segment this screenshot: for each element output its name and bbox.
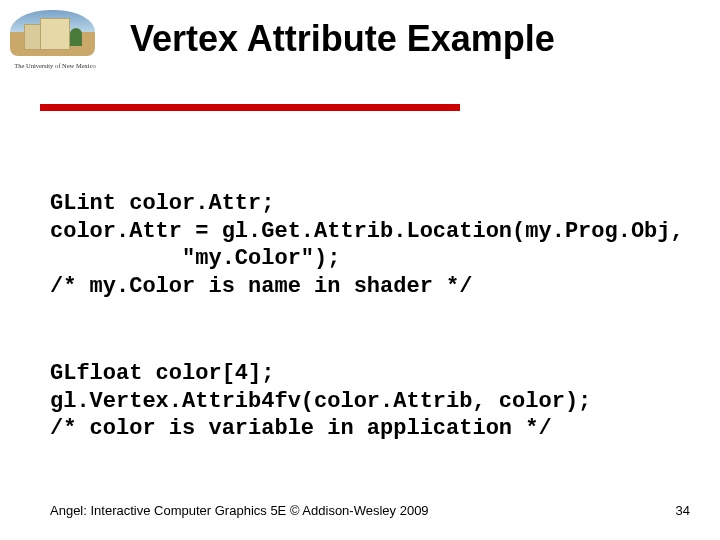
- slide: The University of New Mexico Vertex Attr…: [0, 0, 720, 540]
- code-block-1: GLint color.Attr; color.Attr = gl.Get.At…: [50, 190, 684, 300]
- university-logo: The University of New Mexico: [10, 10, 100, 69]
- logo-image: [10, 10, 95, 60]
- slide-title: Vertex Attribute Example: [130, 18, 555, 60]
- page-number: 34: [676, 503, 690, 518]
- code-block-2: GLfloat color[4]; gl.Vertex.Attrib4fv(co…: [50, 360, 591, 443]
- title-underline: [40, 104, 460, 111]
- logo-caption: The University of New Mexico: [10, 62, 100, 69]
- footer-text: Angel: Interactive Computer Graphics 5E …: [50, 503, 429, 518]
